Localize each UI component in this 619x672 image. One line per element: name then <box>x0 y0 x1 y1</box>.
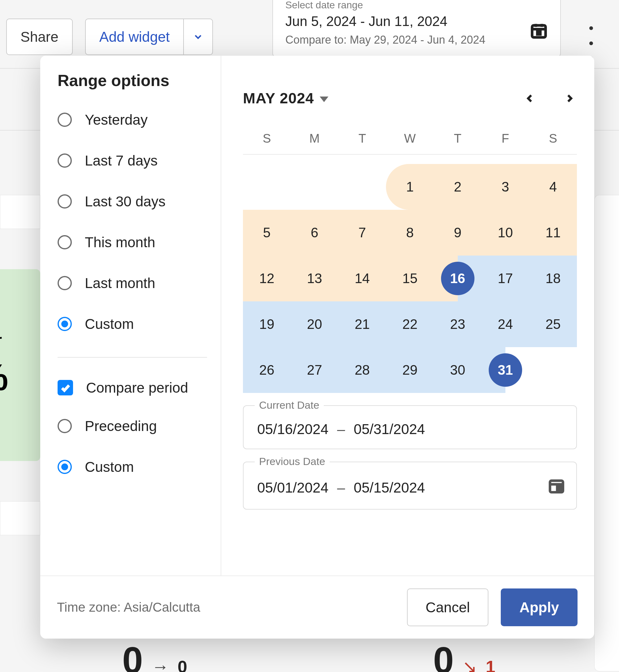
preset-lastmonth[interactable]: Last month <box>58 275 207 291</box>
day-24[interactable]: 24 <box>482 301 529 347</box>
compare-preceding[interactable]: Preceeding <box>58 418 207 434</box>
share-button[interactable]: Share <box>6 18 73 55</box>
arrow-down-right-icon: ↘ <box>462 657 477 672</box>
arrow-right-icon: → <box>152 657 169 672</box>
day-15[interactable]: 15 <box>386 255 434 301</box>
radio-icon <box>58 235 72 249</box>
bottom-metric-right: 0 ↘ 1 <box>310 644 619 672</box>
bg-card-right <box>594 195 619 671</box>
chevron-down-icon <box>320 96 328 102</box>
preset-last7[interactable]: Last 7 days <box>58 152 207 169</box>
day-27[interactable]: 27 <box>291 347 338 393</box>
bg-strip-1 <box>0 195 40 229</box>
bottom-metric-left: 0 → 0 <box>0 644 310 672</box>
day-6[interactable]: 6 <box>291 210 338 255</box>
compare-comp-custom[interactable]: Custom <box>58 458 207 475</box>
metric-label-partial: e (per <box>0 331 2 349</box>
day-30[interactable]: 30 <box>434 347 482 393</box>
day-5[interactable]: 5 <box>243 210 291 255</box>
radio-icon <box>58 194 72 209</box>
day-18[interactable]: 18 <box>529 255 577 301</box>
day-13[interactable]: 13 <box>291 255 338 301</box>
overflow-menu-icon[interactable] <box>579 26 604 60</box>
add-widget-dropdown-button[interactable] <box>184 18 213 55</box>
dow-cell: S <box>243 132 291 145</box>
day-26[interactable]: 26 <box>243 347 291 393</box>
preset-yesterday[interactable]: Yesterday <box>58 111 207 128</box>
day-21[interactable]: 21 <box>338 301 386 347</box>
preset-list: YesterdayLast 7 daysLast 30 daysThis mon… <box>58 111 207 332</box>
date-range-modal: Range options YesterdayLast 7 daysLast 3… <box>40 56 594 639</box>
add-widget-button[interactable]: Add widget <box>85 18 184 55</box>
day-1[interactable]: 1 <box>386 164 434 210</box>
current-date-field[interactable]: Current Date 05/16/2024 – 05/31/2024 <box>243 405 577 449</box>
bg-strip-2: g the <box>0 501 40 535</box>
day-11[interactable]: 11 <box>529 210 577 255</box>
svg-rect-4 <box>537 31 540 34</box>
day-3[interactable]: 3 <box>482 164 529 210</box>
day-22[interactable]: 22 <box>386 301 434 347</box>
range-options-panel: Range options YesterdayLast 7 daysLast 3… <box>40 56 221 576</box>
preset-last30[interactable]: Last 30 days <box>58 193 207 210</box>
day-7[interactable]: 7 <box>338 210 386 255</box>
day-19[interactable]: 19 <box>243 301 291 347</box>
day-28[interactable]: 28 <box>338 347 386 393</box>
day-4[interactable]: 4 <box>529 164 577 210</box>
preset-label: Last 30 days <box>85 193 165 210</box>
day-12[interactable]: 12 <box>243 255 291 301</box>
compare-period-checkbox[interactable]: Compare period <box>58 379 207 396</box>
range-options-title: Range options <box>58 71 207 90</box>
next-month-button[interactable] <box>562 91 577 106</box>
radio-icon <box>58 460 72 474</box>
previous-date-to: 05/15/2024 <box>354 479 425 496</box>
radio-icon <box>58 317 72 331</box>
date-range-value: Jun 5, 2024 - Jun 11, 2024 <box>285 14 548 29</box>
compare-period-label: Compare period <box>86 379 188 396</box>
dow-cell: S <box>529 132 577 145</box>
day-25[interactable]: 25 <box>529 301 577 347</box>
metric-small: 1 <box>486 657 495 672</box>
preset-thismonth[interactable]: This month <box>58 234 207 250</box>
radio-icon <box>58 419 72 433</box>
compare-list: PreceedingCustom <box>58 418 207 475</box>
modal-footer: Time zone: Asia/Calcutta Cancel Apply <box>40 576 594 639</box>
bottom-metrics: 0 → 0 0 ↘ 1 <box>0 644 619 672</box>
date-range-trigger[interactable]: Select date range Jun 5, 2024 - Jun 11, … <box>272 0 561 57</box>
day-29[interactable]: 29 <box>386 347 434 393</box>
previous-date-field[interactable]: Previous Date 05/01/2024 – 05/15/2024 <box>243 462 577 510</box>
radio-icon <box>58 113 72 127</box>
date-range-legend: Select date range <box>282 0 367 11</box>
day-23[interactable]: 23 <box>434 301 482 347</box>
selected-start-icon: 16 <box>441 262 474 295</box>
cancel-button[interactable]: Cancel <box>407 589 488 626</box>
day-2[interactable]: 2 <box>434 164 482 210</box>
apply-button[interactable]: Apply <box>501 589 577 626</box>
metric-card-partial: e (per % <box>0 269 40 461</box>
calendar-icon <box>548 477 565 498</box>
preset-custom[interactable]: Custom <box>58 316 207 332</box>
day-16[interactable]: 16 <box>434 255 482 301</box>
preset-label: Yesterday <box>85 111 148 128</box>
current-date-to: 05/31/2024 <box>354 421 425 438</box>
calendar-icon <box>530 22 548 41</box>
day-31[interactable]: 31 <box>482 347 529 393</box>
compare-option-label: Custom <box>85 458 134 475</box>
dow-cell: F <box>482 132 529 145</box>
checkbox-checked-icon <box>58 380 73 395</box>
add-widget-button-group: Add widget <box>85 18 213 55</box>
day-14[interactable]: 14 <box>338 255 386 301</box>
preset-label: This month <box>85 234 155 250</box>
date-range-compare: Compare to: May 29, 2024 - Jun 4, 2024 <box>285 33 548 47</box>
day-10[interactable]: 10 <box>482 210 529 255</box>
day-8[interactable]: 8 <box>386 210 434 255</box>
dow-cell: T <box>338 132 386 145</box>
preset-label: Last month <box>85 275 155 291</box>
calendar-grid: 1234567891011121314151617181920212223242… <box>243 164 577 393</box>
day-9[interactable]: 9 <box>434 210 482 255</box>
compare-option-label: Preceeding <box>85 418 157 434</box>
month-select[interactable]: MAY 2024 <box>243 90 328 107</box>
day-20[interactable]: 20 <box>291 301 338 347</box>
dow-cell: T <box>434 132 482 145</box>
day-17[interactable]: 17 <box>482 255 529 301</box>
prev-month-button[interactable] <box>523 91 537 106</box>
